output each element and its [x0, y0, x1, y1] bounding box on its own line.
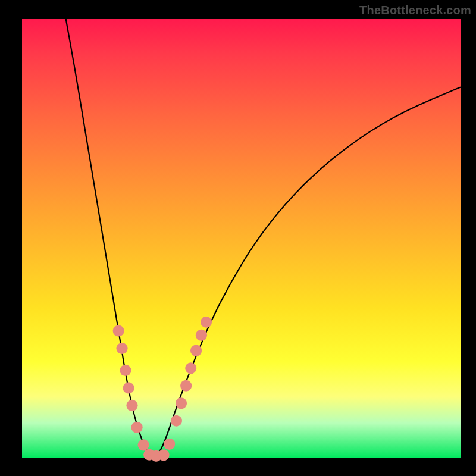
- data-marker: [131, 422, 143, 433]
- data-marker: [180, 380, 192, 392]
- data-marker: [176, 397, 187, 409]
- curve-right-curve: [154, 87, 461, 458]
- chart-frame: TheBottleneck.com: [0, 0, 476, 476]
- data-marker: [116, 343, 127, 354]
- watermark-label: TheBottleneck.com: [359, 4, 471, 17]
- data-marker: [120, 365, 131, 376]
- data-marker: [201, 317, 212, 328]
- data-marker: [164, 439, 175, 450]
- curve-layer: [22, 19, 461, 458]
- data-marker: [138, 439, 149, 450]
- data-marker: [158, 449, 169, 461]
- data-marker: [190, 345, 202, 356]
- data-marker: [123, 382, 134, 393]
- data-marker: [196, 330, 207, 341]
- data-marker: [171, 415, 182, 427]
- data-marker: [113, 325, 124, 336]
- curve-left-curve: [66, 19, 154, 458]
- data-marker: [185, 362, 196, 374]
- data-marker: [126, 400, 137, 411]
